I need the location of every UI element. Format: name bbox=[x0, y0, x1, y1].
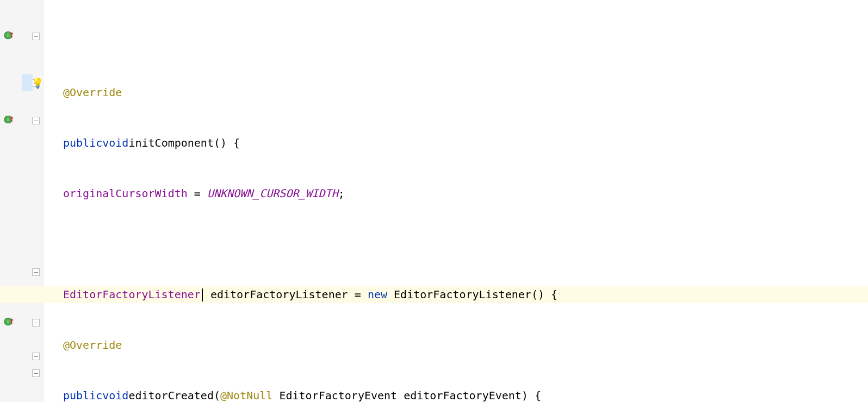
change-marker bbox=[22, 74, 33, 91]
implement-icon[interactable]: I bbox=[2, 29, 15, 42]
code-line[interactable] bbox=[63, 236, 868, 253]
code-editor[interactable]: 💡 @Override public void initComponent() … bbox=[44, 0, 868, 402]
code-line[interactable]: public void editorCreated(@NotNull Edito… bbox=[63, 387, 868, 402]
fold-close[interactable] bbox=[32, 369, 40, 377]
fold-toggle[interactable] bbox=[32, 117, 40, 124]
fold-close[interactable] bbox=[32, 268, 40, 276]
fold-toggle[interactable] bbox=[32, 319, 40, 326]
fold-close[interactable] bbox=[32, 353, 40, 360]
svg-text:I: I bbox=[8, 33, 9, 38]
fold-toggle[interactable] bbox=[32, 33, 40, 40]
gutter: I I I bbox=[0, 0, 44, 402]
intention-bulb-icon[interactable]: 💡 bbox=[32, 74, 868, 91]
text-cursor bbox=[202, 288, 203, 302]
implement-icon[interactable]: I bbox=[2, 315, 15, 328]
code-line[interactable]: @Override bbox=[63, 337, 868, 354]
svg-text:I: I bbox=[8, 319, 9, 324]
code-line[interactable]: originalCursorWidth = UNKNOWN_CURSOR_WID… bbox=[63, 185, 868, 202]
svg-text:I: I bbox=[8, 117, 9, 122]
code-line-active[interactable]: EditorFactoryListener editorFactoryListe… bbox=[0, 286, 868, 303]
code-line[interactable]: public void initComponent() { bbox=[63, 135, 868, 152]
implement-icon[interactable]: I bbox=[2, 113, 15, 126]
